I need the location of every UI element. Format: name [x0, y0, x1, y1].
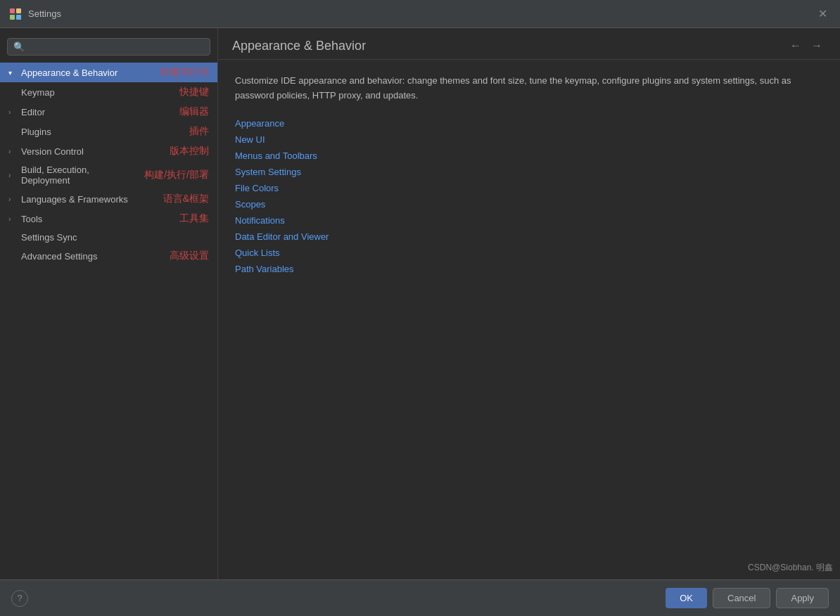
sidebar-item-annotation: 插件 — [189, 125, 209, 138]
main-description: Customize IDE appearance and behavior: c… — [235, 74, 823, 103]
sidebar-item-annotation: 语言&框架 — [163, 193, 209, 205]
forward-arrow[interactable]: → — [808, 38, 826, 53]
apply-button[interactable]: Apply — [776, 588, 829, 608]
settings-dialog: Settings ✕ 🔍 ▾Appearance & Behavior外观与行为… — [0, 0, 840, 616]
sidebar-item-annotation: 快捷键 — [179, 86, 209, 98]
sidebar-item-label: Settings Sync — [21, 232, 209, 243]
submenu-link-menus-toolbars[interactable]: Menus and Toolbars — [235, 150, 823, 162]
dialog-title: Settings — [28, 8, 814, 19]
sidebar-item-label: Appearance & Behavior — [21, 68, 155, 78]
sidebar-item-annotation: 版本控制 — [170, 145, 209, 158]
sidebar-item-label: Build, Execution, Deployment — [21, 165, 140, 186]
search-box[interactable]: 🔍 — [7, 38, 210, 56]
sidebar-item-label: Editor — [21, 107, 175, 117]
sidebar-item-annotation: 外观与行为 — [160, 66, 209, 79]
ok-button[interactable]: OK — [666, 588, 707, 608]
help-button[interactable]: ? — [11, 590, 28, 607]
sidebar-item-label: Version Control — [21, 146, 165, 157]
sidebar-item-tools[interactable]: ›Tools工具集 — [0, 209, 217, 229]
sidebar-item-advanced-settings[interactable]: Advanced Settings高级设置 — [0, 246, 217, 266]
sidebar-item-label: Languages & Frameworks — [21, 194, 159, 205]
content-area: 🔍 ▾Appearance & Behavior外观与行为 Keymap快捷键›… — [0, 28, 840, 579]
sidebar-item-label: Plugins — [21, 127, 185, 137]
sidebar-item-annotation: 高级设置 — [170, 250, 209, 262]
submenu-link-data-editor-viewer[interactable]: Data Editor and Viewer — [235, 231, 823, 243]
main-body: Customize IDE appearance and behavior: c… — [218, 60, 840, 579]
app-icon — [8, 7, 23, 21]
submenu-link-appearance[interactable]: Appearance — [235, 117, 823, 129]
submenu-link-path-variables[interactable]: Path Variables — [235, 263, 823, 275]
svg-rect-2 — [10, 15, 15, 20]
search-icon: 🔍 — [13, 41, 25, 52]
sidebar-item-plugins[interactable]: Plugins插件 — [0, 122, 217, 141]
sidebar: 🔍 ▾Appearance & Behavior外观与行为 Keymap快捷键›… — [0, 28, 218, 579]
nav-arrows: ← → — [787, 38, 826, 53]
sidebar-item-version-control[interactable]: ›Version Control版本控制 — [0, 141, 217, 161]
sidebar-item-label: Tools — [21, 214, 175, 224]
title-bar: Settings ✕ — [0, 0, 840, 28]
sidebar-item-editor[interactable]: ›Editor编辑器 — [0, 102, 217, 122]
submenu-link-notifications[interactable]: Notifications — [235, 214, 823, 226]
back-arrow[interactable]: ← — [787, 38, 805, 53]
cancel-button[interactable]: Cancel — [713, 588, 770, 608]
footer-left: ? — [11, 590, 28, 607]
close-button[interactable]: ✕ — [814, 4, 832, 23]
submenu-link-scopes[interactable]: Scopes — [235, 198, 823, 210]
footer: ? OK Cancel Apply — [0, 579, 840, 616]
svg-rect-3 — [16, 15, 21, 20]
chevron-icon: › — [8, 215, 17, 223]
watermark: CSDN@Siobhan. 明鑫 — [748, 562, 833, 574]
submenu-link-quick-lists[interactable]: Quick Lists — [235, 247, 823, 259]
sidebar-item-settings-sync[interactable]: Settings Sync — [0, 229, 217, 246]
sidebar-item-annotation: 工具集 — [179, 212, 209, 225]
submenu-link-file-colors[interactable]: File Colors — [235, 182, 823, 194]
chevron-icon: › — [8, 195, 17, 203]
sidebar-item-appearance-behavior[interactable]: ▾Appearance & Behavior外观与行为 — [0, 63, 217, 82]
main-panel-title: Appearance & Behavior — [232, 39, 787, 53]
chevron-icon: ▾ — [8, 69, 17, 77]
submenu-link-new-ui[interactable]: New UI — [235, 134, 823, 146]
svg-rect-0 — [10, 8, 15, 13]
sidebar-item-keymap[interactable]: Keymap快捷键 — [0, 82, 217, 102]
footer-right: OK Cancel Apply — [666, 588, 829, 608]
sidebar-item-build-execution[interactable]: ›Build, Execution, Deployment构建/执行/部署 — [0, 161, 217, 189]
sidebar-item-annotation: 构建/执行/部署 — [144, 169, 209, 181]
main-header: Appearance & Behavior ← → — [218, 28, 840, 60]
svg-rect-1 — [16, 8, 21, 13]
sidebar-item-label: Advanced Settings — [21, 251, 165, 262]
submenu-links: AppearanceNew UIMenus and ToolbarsSystem… — [235, 117, 823, 275]
main-panel: Appearance & Behavior ← → Customize IDE … — [218, 28, 840, 579]
chevron-icon: › — [8, 172, 17, 179]
sidebar-item-languages-frameworks[interactable]: ›Languages & Frameworks语言&框架 — [0, 189, 217, 209]
chevron-icon: › — [8, 148, 17, 155]
sidebar-item-annotation: 编辑器 — [179, 105, 209, 118]
search-input[interactable] — [29, 41, 204, 52]
sidebar-item-label: Keymap — [21, 87, 175, 98]
submenu-link-system-settings[interactable]: System Settings — [235, 166, 823, 178]
chevron-icon: › — [8, 108, 17, 116]
